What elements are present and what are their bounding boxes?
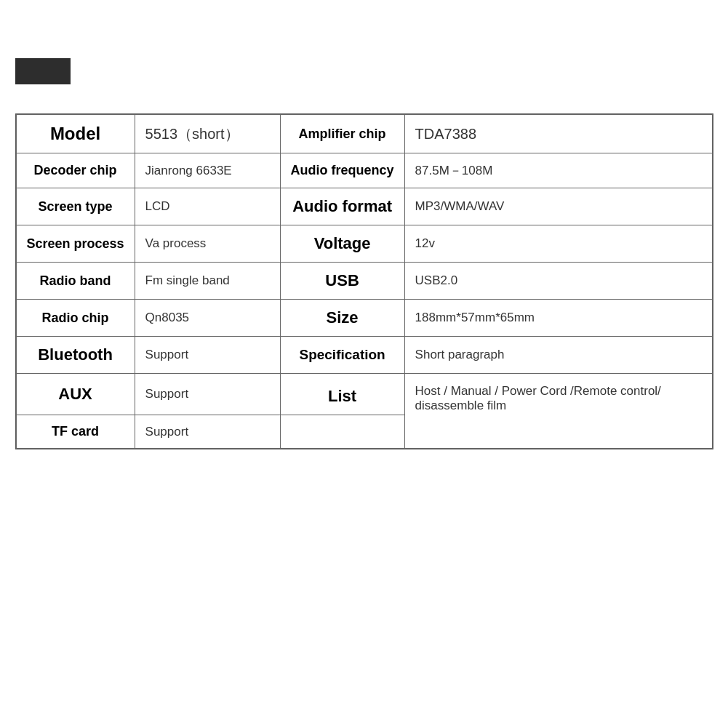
value-6-right: Short paragraph [404, 337, 712, 374]
label-7-right: List [280, 374, 404, 415]
value-6-left: Support [135, 337, 280, 374]
table-row: AUXSupportListHost / Manual / Power Cord… [16, 374, 712, 415]
value-7-left: Support [135, 374, 280, 415]
header-divider [66, 58, 71, 84]
value-1-right: 87.5M－108M [404, 153, 712, 188]
label-0-right: Amplifier chip [280, 115, 404, 153]
value-3-right: 12v [404, 225, 712, 263]
table-row: Model5513（short）Amplifier chipTDA7388 [16, 115, 712, 153]
label-6-left: Bluetooth [16, 337, 135, 374]
value-4-left: Fm single band [135, 263, 280, 300]
value-8-left: Support [135, 415, 280, 449]
table-row: Screen typeLCDAudio formatMP3/WMA/WAV [16, 188, 712, 225]
label-6-right: Specification [280, 337, 404, 374]
parameters-table: Model5513（short）Amplifier chipTDA7388Dec… [16, 114, 713, 449]
header-title-box [15, 58, 66, 84]
table-row: BluetoothSupportSpecificationShort parag… [16, 337, 712, 374]
value-3-left: Va process [135, 225, 280, 263]
label-8-right [280, 415, 404, 449]
value-0-left: 5513（short） [135, 115, 280, 153]
value-5-left: Qn8035 [135, 300, 280, 337]
label-0-left: Model [16, 115, 135, 153]
table-row: Radio bandFm single bandUSBUSB2.0 [16, 263, 712, 300]
value-4-right: USB2.0 [404, 263, 712, 300]
label-3-right: Voltage [280, 225, 404, 263]
value-2-left: LCD [135, 188, 280, 225]
value-1-left: Jianrong 6633E [135, 153, 280, 188]
value-2-right: MP3/WMA/WAV [404, 188, 712, 225]
label-4-left: Radio band [16, 263, 135, 300]
label-1-left: Decoder chip [16, 153, 135, 188]
table-row: Screen processVa processVoltage12v [16, 225, 712, 263]
table-row: Radio chipQn8035Size188mm*57mm*65mm [16, 300, 712, 337]
value-5-right: 188mm*57mm*65mm [404, 300, 712, 337]
parameters-table-container: Model5513（short）Amplifier chipTDA7388Dec… [15, 113, 713, 449]
label-5-right: Size [280, 300, 404, 337]
label-4-right: USB [280, 263, 404, 300]
value-7-right: Host / Manual / Power Cord /Remote contr… [404, 374, 712, 449]
label-2-left: Screen type [16, 188, 135, 225]
label-7-left: AUX [16, 374, 135, 415]
label-1-right: Audio frequency [280, 153, 404, 188]
table-row: Decoder chipJianrong 6633EAudio frequenc… [16, 153, 712, 188]
header-section [15, 58, 713, 84]
value-0-right: TDA7388 [404, 115, 712, 153]
label-5-left: Radio chip [16, 300, 135, 337]
label-2-right: Audio format [280, 188, 404, 225]
label-3-left: Screen process [16, 225, 135, 263]
label-8-left: TF card [16, 415, 135, 449]
